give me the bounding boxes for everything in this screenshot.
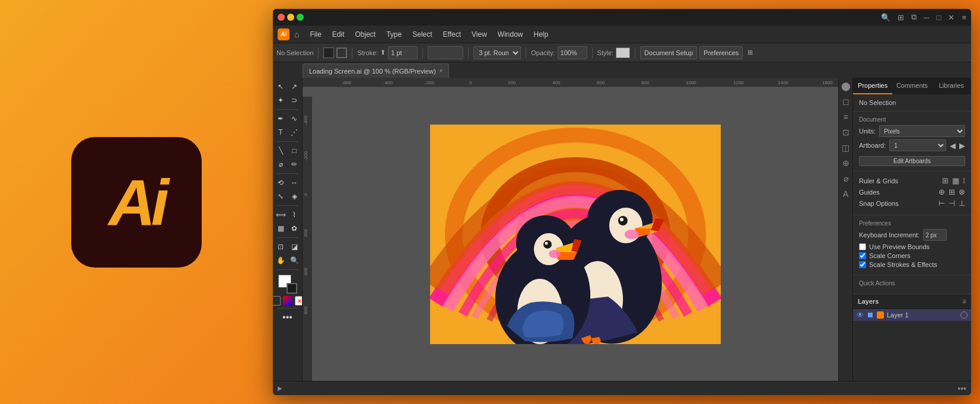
rotate-tool[interactable]: ⟲: [274, 176, 287, 189]
artboard-next-icon[interactable]: ▶: [959, 141, 965, 150]
bar-chart-tool[interactable]: ▦: [274, 222, 287, 235]
menu-object[interactable]: Object: [351, 29, 381, 40]
width-tool[interactable]: ⟺: [274, 208, 287, 221]
search-icon[interactable]: 🔍: [881, 13, 890, 22]
paintbrush-tool[interactable]: ⌀: [274, 158, 287, 171]
preferences-btn[interactable]: Preferences: [699, 46, 743, 59]
menu-edit[interactable]: Edit: [327, 29, 349, 40]
warp-tool[interactable]: ⌇: [288, 208, 301, 221]
keyboard-input[interactable]: [923, 229, 947, 241]
gradient-swatch[interactable]: [283, 296, 292, 306]
fill-stroke-widget[interactable]: [278, 275, 297, 294]
snap-icon-3[interactable]: ⊥: [959, 199, 965, 208]
no-color-swatch[interactable]: ✕: [295, 296, 303, 306]
slice-tool[interactable]: ◪: [288, 240, 301, 253]
round-select[interactable]: 3 pt. Round: [473, 46, 521, 59]
snap-icon-1[interactable]: ⊢: [938, 199, 945, 208]
layers-options-icon[interactable]: ≡: [962, 297, 966, 306]
stroke-color[interactable]: [287, 283, 297, 294]
artboard-select[interactable]: 1: [889, 139, 946, 151]
color-panel-icon[interactable]: ⬤: [840, 80, 852, 92]
maximize-button[interactable]: [297, 14, 304, 21]
snap-icon-2[interactable]: ⊣: [949, 199, 955, 208]
grid-icon[interactable]: ⊞: [898, 13, 904, 22]
select-tool[interactable]: ↖: [274, 80, 287, 93]
scale-corners-checkbox[interactable]: [859, 252, 866, 259]
tab-comments[interactable]: Comments: [892, 78, 931, 94]
scale-tool[interactable]: ⤡: [274, 190, 287, 203]
align-icon[interactable]: ≡: [840, 111, 852, 123]
hand-tool[interactable]: ✋: [274, 254, 287, 267]
magic-wand-tool[interactable]: ✦: [274, 94, 287, 107]
document-setup-btn[interactable]: Document Setup: [640, 46, 697, 59]
tool-sep-3: [277, 173, 298, 174]
ruler-icon[interactable]: ⊞: [942, 176, 949, 185]
menu-select[interactable]: Select: [408, 29, 437, 40]
menu-window[interactable]: Window: [493, 29, 528, 40]
reflect-tool[interactable]: ↔: [288, 176, 301, 189]
menu-view[interactable]: View: [467, 29, 492, 40]
layer-target-icon[interactable]: [960, 311, 968, 319]
menu-type[interactable]: Type: [381, 29, 406, 40]
direct-select-tool[interactable]: ↗: [288, 80, 301, 93]
line-tool[interactable]: ╲: [274, 144, 287, 157]
stroke-color-swatch[interactable]: [336, 47, 347, 58]
touch-type-tool[interactable]: ⋰: [288, 126, 301, 139]
arrange-icon[interactable]: ⊞: [747, 49, 753, 56]
pathfinder-icon[interactable]: ◫: [840, 142, 852, 154]
canvas-area[interactable]: -600 -400 -200 0 200 400 600 800 1000 12…: [303, 78, 838, 381]
layer-visibility-icon[interactable]: 👁: [857, 311, 864, 319]
lasso-tool[interactable]: ⊃: [288, 94, 301, 107]
pencil-tool[interactable]: ✏: [288, 158, 301, 171]
zoom-tool[interactable]: 🔍: [288, 254, 301, 267]
more-options-btn[interactable]: •••: [957, 384, 966, 393]
transform-icon[interactable]: ⊡: [840, 126, 852, 138]
type-icon[interactable]: A: [840, 188, 852, 200]
stroke-style-input[interactable]: [428, 46, 463, 59]
win-close-icon[interactable]: ✕: [948, 13, 954, 22]
preview-bounds-checkbox[interactable]: [859, 243, 866, 250]
fill-swatch[interactable]: [323, 47, 334, 58]
tab-close-btn[interactable]: ×: [440, 68, 443, 74]
shear-tool[interactable]: ◈: [288, 190, 301, 203]
tab-properties[interactable]: Properties: [853, 78, 892, 94]
menu-effect[interactable]: Effect: [438, 29, 466, 40]
rect-tool[interactable]: □: [288, 144, 301, 157]
grid-icon-2[interactable]: ▦: [952, 176, 959, 185]
brushes-icon[interactable]: ⌀: [840, 173, 852, 184]
guides-icon-2[interactable]: ⊞: [949, 187, 955, 196]
home-icon[interactable]: ⌂: [294, 30, 299, 39]
menu-options-icon[interactable]: ≡: [962, 13, 966, 22]
symbols-icon[interactable]: ⊕: [840, 157, 852, 169]
appearance-icon[interactable]: ◻: [840, 96, 852, 107]
guides-icon-3[interactable]: ⊗: [959, 187, 965, 196]
units-select[interactable]: Pixels: [879, 125, 965, 137]
none-swatch[interactable]: [273, 296, 281, 306]
artboard-tool[interactable]: ⊡: [274, 240, 287, 253]
menu-file[interactable]: File: [305, 29, 326, 40]
window-icon[interactable]: ⧉: [911, 12, 917, 22]
artboard[interactable]: [430, 125, 721, 344]
menu-help[interactable]: Help: [529, 29, 553, 40]
tool-row-9: ⟺ ⌇: [273, 208, 302, 221]
type-tool[interactable]: T: [274, 126, 287, 139]
layer-1-row[interactable]: 👁 Layer 1: [853, 309, 971, 321]
scale-strokes-checkbox[interactable]: [859, 261, 866, 268]
stroke-input[interactable]: [388, 46, 418, 59]
style-swatch[interactable]: [616, 47, 630, 58]
edit-artboards-btn[interactable]: Edit Artboards: [859, 156, 965, 166]
pen-tool[interactable]: ✒: [274, 112, 287, 125]
more-tools-btn[interactable]: •••: [281, 311, 294, 324]
grid-dots-icon[interactable]: ⁞: [963, 176, 965, 185]
symbol-tool[interactable]: ✿: [288, 222, 301, 235]
curvature-tool[interactable]: ∿: [288, 112, 301, 125]
tab-libraries[interactable]: Libraries: [932, 78, 971, 94]
opacity-input[interactable]: [558, 46, 587, 59]
document-tab[interactable]: Loading Screen.ai @ 100 % (RGB/Preview) …: [303, 63, 449, 78]
close-button[interactable]: [278, 14, 285, 21]
artboard-prev-icon[interactable]: ◀: [950, 141, 956, 150]
win-maximize-icon[interactable]: □: [937, 13, 941, 22]
minimize-button[interactable]: [287, 14, 294, 21]
win-minimize-icon[interactable]: ─: [924, 13, 929, 22]
guides-icon-1[interactable]: ⊕: [938, 187, 945, 196]
